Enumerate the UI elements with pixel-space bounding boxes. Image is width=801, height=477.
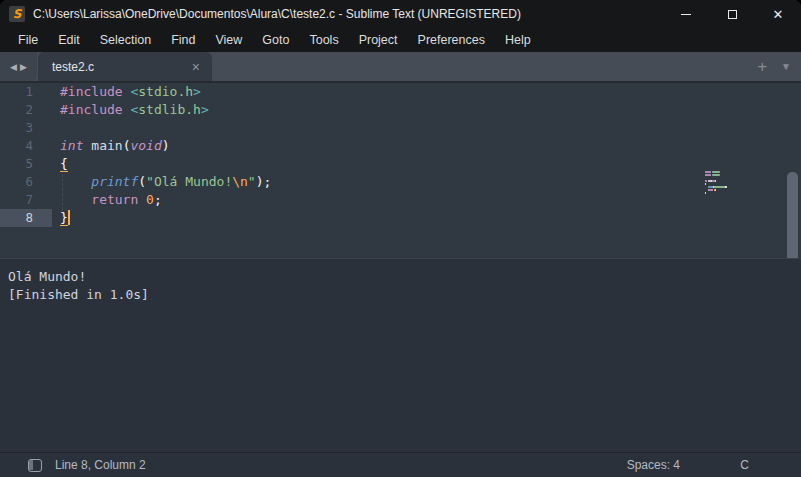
code-line-5[interactable]: 5{ bbox=[0, 155, 801, 173]
code-text: #include <stdlib.h> bbox=[52, 101, 209, 119]
code-text: printf("Olá Mundo!\n"); bbox=[52, 173, 271, 191]
text-caret bbox=[68, 210, 70, 225]
menu-item-selection[interactable]: Selection bbox=[90, 30, 161, 50]
tab-tools: + ▼ bbox=[757, 52, 791, 81]
console-output-line: [Finished in 1.0s] bbox=[8, 286, 801, 304]
code-text: int main(void) bbox=[52, 137, 170, 155]
tab-back-icon[interactable]: ◀ bbox=[10, 62, 17, 72]
code-text: } bbox=[52, 209, 70, 227]
new-tab-icon[interactable]: + bbox=[757, 58, 767, 75]
sublime-text-logo-icon[interactable] bbox=[9, 6, 25, 22]
code-editor[interactable]: 1#include <stdio.h>2#include <stdlib.h>3… bbox=[0, 83, 801, 258]
code-text: #include <stdio.h> bbox=[52, 83, 201, 101]
tab-label: teste2.c bbox=[52, 60, 192, 74]
scrollbar-thumb[interactable] bbox=[787, 172, 798, 258]
close-icon: ✕ bbox=[773, 8, 784, 21]
gutter-line-number: 2 bbox=[0, 101, 52, 119]
menu-item-view[interactable]: View bbox=[205, 30, 252, 50]
tab-scroll-arrows: ◀ ▶ bbox=[0, 52, 37, 81]
code-text bbox=[52, 119, 60, 137]
code-line-4[interactable]: 4int main(void) bbox=[0, 137, 801, 155]
cursor-position-status[interactable]: Line 8, Column 2 bbox=[55, 458, 146, 472]
indentation-status[interactable]: Spaces: 4 bbox=[627, 458, 680, 472]
gutter-line-number: 5 bbox=[0, 155, 52, 173]
gutter-line-number: 1 bbox=[0, 83, 52, 101]
minimap[interactable] bbox=[705, 169, 765, 193]
tab-teste2c[interactable]: teste2.c × bbox=[38, 52, 212, 81]
gutter-line-number: 4 bbox=[0, 137, 52, 155]
maximize-icon bbox=[728, 10, 737, 19]
editor-scrollbar[interactable] bbox=[787, 167, 798, 258]
menu-item-file[interactable]: File bbox=[8, 30, 48, 50]
gutter-line-number: 3 bbox=[0, 119, 52, 137]
window-title: C:\Users\Larissa\OneDrive\Documentos\Alu… bbox=[33, 7, 521, 21]
code-lines: 1#include <stdio.h>2#include <stdlib.h>3… bbox=[0, 83, 801, 227]
sublime-text-window: C:\Users\Larissa\OneDrive\Documentos\Alu… bbox=[0, 0, 801, 477]
build-output-panel[interactable]: Olá Mundo![Finished in 1.0s] bbox=[0, 258, 801, 452]
minimize-button[interactable] bbox=[663, 0, 709, 28]
menu-item-help[interactable]: Help bbox=[495, 30, 541, 50]
tab-overflow-icon[interactable]: ▼ bbox=[781, 62, 791, 72]
close-button[interactable]: ✕ bbox=[755, 0, 801, 28]
tab-close-icon[interactable]: × bbox=[192, 60, 200, 74]
maximize-button[interactable] bbox=[709, 0, 755, 28]
gutter-line-number: 7 bbox=[0, 191, 52, 209]
code-line-1[interactable]: 1#include <stdio.h> bbox=[0, 83, 801, 101]
code-line-3[interactable]: 3 bbox=[0, 119, 801, 137]
indent-guide bbox=[62, 174, 63, 210]
code-line-2[interactable]: 2#include <stdlib.h> bbox=[0, 101, 801, 119]
tab-bar: ◀ ▶ teste2.c × + ▼ bbox=[0, 52, 801, 83]
menu-item-find[interactable]: Find bbox=[161, 30, 205, 50]
tab-forward-icon[interactable]: ▶ bbox=[20, 62, 27, 72]
menu-item-preferences[interactable]: Preferences bbox=[408, 30, 495, 50]
menu-item-edit[interactable]: Edit bbox=[48, 30, 90, 50]
code-text: { bbox=[52, 155, 68, 173]
window-controls: ✕ bbox=[663, 0, 801, 28]
menu-item-tools[interactable]: Tools bbox=[299, 30, 348, 50]
menu-item-goto[interactable]: Goto bbox=[252, 30, 299, 50]
code-line-7[interactable]: 7 return 0; bbox=[0, 191, 801, 209]
minimize-icon bbox=[681, 14, 691, 15]
code-line-6[interactable]: 6 printf("Olá Mundo!\n"); bbox=[0, 173, 801, 191]
syntax-status[interactable]: C bbox=[740, 458, 749, 472]
menu-bar: FileEditSelectionFindViewGotoToolsProjec… bbox=[0, 28, 801, 52]
code-line-8[interactable]: 8} bbox=[0, 209, 801, 227]
code-text: return 0; bbox=[52, 191, 162, 209]
status-bar: Line 8, Column 2 Spaces: 4 C bbox=[0, 452, 801, 477]
gutter-line-number: 8 bbox=[0, 209, 52, 227]
gutter-line-number: 6 bbox=[0, 173, 52, 191]
panel-toggle-icon[interactable] bbox=[28, 459, 42, 472]
console-output-line: Olá Mundo! bbox=[8, 268, 801, 286]
menu-item-project[interactable]: Project bbox=[349, 30, 408, 50]
title-bar: C:\Users\Larissa\OneDrive\Documentos\Alu… bbox=[0, 0, 801, 28]
